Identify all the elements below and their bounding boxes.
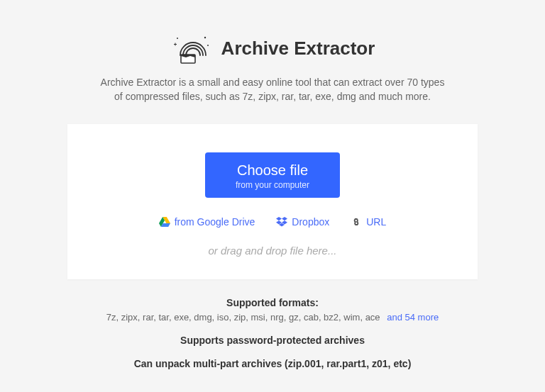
- choose-file-sublabel: from your computer: [233, 180, 312, 190]
- url-link[interactable]: URL: [351, 216, 386, 228]
- supported-formats-heading: Supported formats:: [106, 295, 439, 310]
- password-support-line: Supports password-protected archives: [106, 332, 439, 348]
- google-drive-icon: [159, 217, 170, 227]
- svg-point-3: [177, 38, 178, 39]
- multipart-support-line: Can unpack multi-part archives (zip.001,…: [106, 356, 439, 371]
- header: Archive Extractor: [170, 31, 375, 65]
- upload-card: Choose file from your computer from Goog…: [67, 124, 478, 279]
- formats-list: 7z, zipx, rar, tar, exe, dmg, iso, zip, …: [106, 312, 380, 323]
- logo-icon: [170, 31, 211, 65]
- dropbox-icon: [276, 217, 287, 227]
- link-icon: [351, 217, 362, 227]
- more-formats-link[interactable]: and 54 more: [387, 312, 439, 323]
- dropbox-link[interactable]: Dropbox: [276, 216, 329, 228]
- page-subtitle: Archive Extractor is a small and easy on…: [95, 75, 450, 104]
- page-title: Archive Extractor: [221, 38, 375, 60]
- svg-point-1: [204, 37, 205, 38]
- drop-hint: or drag and drop file here...: [209, 245, 337, 257]
- url-label: URL: [366, 216, 386, 228]
- google-drive-link[interactable]: from Google Drive: [159, 216, 255, 228]
- choose-file-label: Choose file: [233, 162, 312, 179]
- choose-file-button[interactable]: Choose file from your computer: [205, 152, 340, 198]
- google-drive-label: from Google Drive: [175, 216, 255, 228]
- footer: Supported formats: 7z, zipx, rar, tar, e…: [106, 295, 439, 371]
- dropbox-label: Dropbox: [292, 216, 329, 228]
- svg-point-2: [207, 45, 209, 46]
- source-links: from Google Drive Dropbox: [159, 216, 387, 228]
